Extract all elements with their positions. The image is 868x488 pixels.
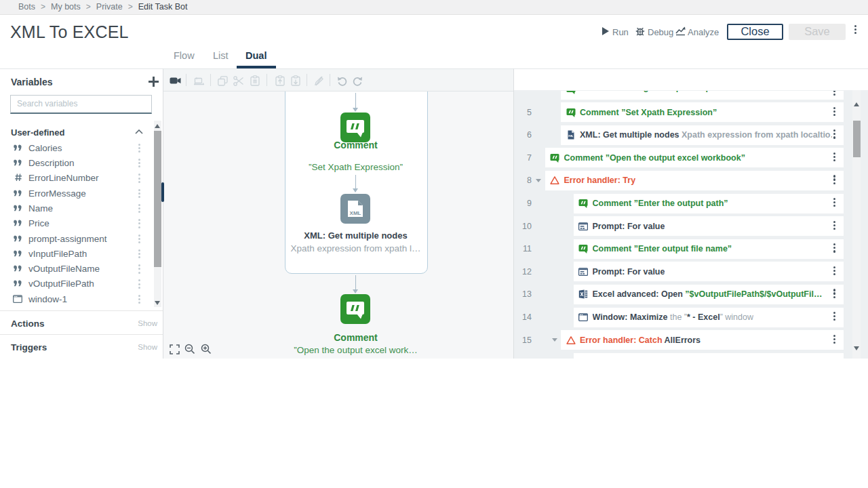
svg-text:XML: XML xyxy=(350,210,361,216)
